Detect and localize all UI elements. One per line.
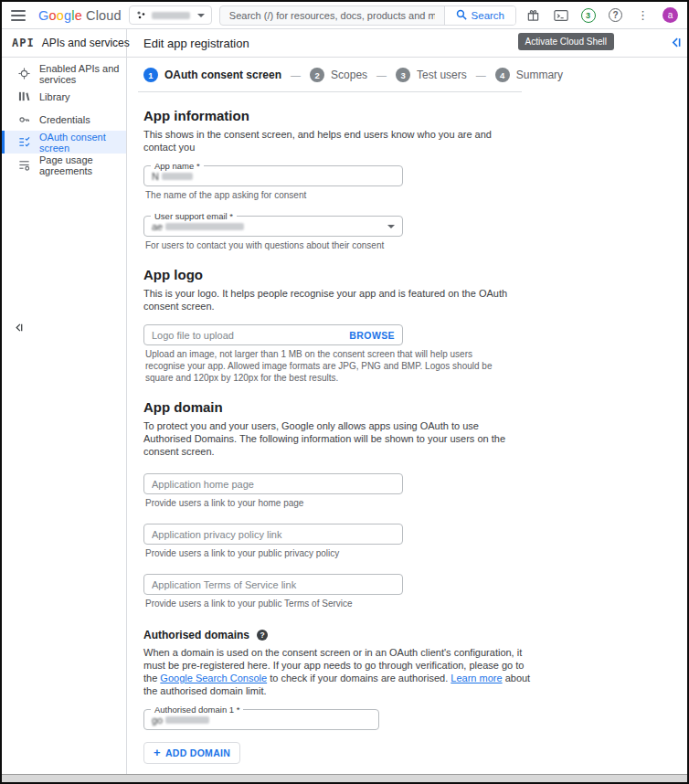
- sidebar-item-credentials[interactable]: Credentials: [2, 108, 126, 131]
- sidebar: API APIs and services Enabled APIs and s…: [2, 29, 127, 774]
- privacy-policy-helper: Provide users a link to your public priv…: [143, 547, 509, 559]
- app-domain-description: To protect you and your users, Google on…: [143, 419, 523, 458]
- sidebar-item-label: Credentials: [39, 114, 90, 125]
- step-test-users[interactable]: 3 Test users: [396, 68, 467, 82]
- cloud-wordmark: Cloud: [86, 8, 122, 23]
- google-search-console-link[interactable]: Google Search Console: [160, 673, 267, 683]
- sidebar-item-page-usage-agreements[interactable]: Page usage agreements: [2, 154, 126, 176]
- app-window: Google Cloud Search: [0, 0, 689, 784]
- account-avatar[interactable]: a: [662, 7, 678, 23]
- app-name-value: N: [152, 171, 159, 182]
- enabled-apis-icon: [18, 68, 30, 79]
- learn-more-link[interactable]: Learn more: [450, 673, 502, 683]
- plus-icon: +: [154, 748, 161, 758]
- app-name-helper: The name of the app asking for consent: [143, 189, 509, 201]
- home-page-helper: Provide users a link to your home page: [143, 497, 509, 509]
- step-summary[interactable]: 4 Summary: [495, 68, 563, 82]
- help-icon[interactable]: ?: [608, 7, 623, 23]
- page-title: Edit app registration: [143, 37, 249, 50]
- project-icon: [136, 10, 146, 20]
- api-product-logo: API: [12, 37, 35, 49]
- sidebar-item-oauth-consent-screen[interactable]: OAuth consent screen: [2, 131, 126, 154]
- sidebar-title: APIs and services: [42, 37, 130, 49]
- browse-button[interactable]: BROWSE: [349, 330, 395, 341]
- agreements-icon: [18, 159, 30, 171]
- logo-file-input[interactable]: [152, 330, 349, 341]
- add-domain-button[interactable]: + ADD DOMAIN: [143, 742, 240, 764]
- sidebar-item-label: Library: [39, 91, 70, 102]
- sidebar-item-library[interactable]: Library: [2, 85, 126, 108]
- user-support-email-field[interactable]: User support email * ae: [143, 216, 403, 237]
- authorised-domains-description: When a domain is used on the consent scr…: [143, 646, 535, 697]
- step-separator: —: [375, 69, 388, 80]
- key-icon: [18, 113, 30, 126]
- top-app-bar: Google Cloud Search: [2, 2, 687, 29]
- search-input[interactable]: [220, 6, 444, 25]
- app-logo-description: This is your logo. It helps people recog…: [143, 287, 523, 313]
- step-oauth-consent-screen[interactable]: 1 OAuth consent screen: [143, 68, 281, 82]
- authorised-domain-1-field[interactable]: Authorised domain 1 * go: [143, 709, 379, 730]
- privacy-policy-input[interactable]: [152, 529, 395, 540]
- form-content: 1 OAuth consent screen — 2 Scopes — 3 Te…: [127, 58, 687, 774]
- chevron-down-icon: [387, 225, 395, 228]
- project-name-redacted: [152, 12, 190, 19]
- terms-of-service-input[interactable]: [152, 579, 395, 590]
- collapse-panel-icon[interactable]: [670, 36, 682, 52]
- google-cloud-logo[interactable]: Google Cloud: [33, 8, 122, 23]
- stepper-divider: [138, 91, 522, 92]
- global-search: Search: [219, 5, 516, 26]
- menu-icon[interactable]: [11, 10, 26, 21]
- cloud-shell-icon[interactable]: [553, 7, 568, 23]
- app-information-title: App information: [143, 108, 687, 123]
- app-logo-title: App logo: [143, 267, 687, 282]
- step-separator: —: [474, 69, 488, 80]
- page-header: Edit app registration Activate Cloud She…: [127, 29, 687, 58]
- library-icon: [18, 90, 30, 102]
- sidebar-item-label: Enabled APIs and services: [39, 63, 126, 85]
- gift-icon[interactable]: [525, 7, 541, 23]
- consent-screen-icon: [18, 136, 30, 148]
- google-wordmark: Google: [38, 8, 82, 23]
- terms-of-service-helper: Provide users a link to your public Term…: [143, 598, 509, 609]
- sidebar-item-label: OAuth consent screen: [39, 132, 126, 154]
- main-panel: Edit app registration Activate Cloud She…: [127, 29, 687, 774]
- chevron-down-icon: [197, 14, 205, 17]
- authorised-domain-value: go: [152, 715, 163, 726]
- notifications-icon[interactable]: 3: [580, 7, 596, 23]
- logo-upload-helper: Upload an image, not larger than 1 MB on…: [143, 348, 509, 384]
- app-information-description: This shows in the consent screen, and he…: [143, 128, 523, 154]
- sidebar-header: API APIs and services: [2, 29, 126, 58]
- notification-count-badge: 3: [581, 8, 596, 23]
- support-email-helper: For users to contact you with questions …: [143, 239, 509, 251]
- app-name-field[interactable]: App name * N: [143, 165, 403, 186]
- terms-of-service-field[interactable]: [143, 574, 403, 595]
- step-scopes[interactable]: 2 Scopes: [310, 68, 367, 82]
- window-bottom-edge: [2, 774, 687, 782]
- topbar-icons: 3 ? ⋮ a: [524, 7, 680, 23]
- support-email-value: ae: [152, 221, 163, 232]
- collapse-sidebar-icon[interactable]: [14, 320, 24, 336]
- registration-stepper: 1 OAuth consent screen — 2 Scopes — 3 Te…: [143, 58, 687, 91]
- home-page-field[interactable]: [143, 473, 403, 494]
- more-options-icon[interactable]: ⋮: [635, 7, 651, 23]
- sidebar-item-label: Page usage agreements: [39, 154, 126, 176]
- search-icon: [456, 9, 467, 22]
- cloud-shell-tooltip: Activate Cloud Shell: [518, 33, 615, 50]
- authorised-domains-title: Authorised domains ?: [143, 629, 687, 641]
- sidebar-nav: Enabled APIs and services Library Creden…: [2, 58, 126, 176]
- logo-upload-field[interactable]: BROWSE: [143, 324, 403, 345]
- help-question-icon[interactable]: ?: [257, 630, 268, 641]
- sidebar-item-enabled-apis[interactable]: Enabled APIs and services: [2, 62, 126, 85]
- project-selector[interactable]: [129, 5, 212, 25]
- search-button[interactable]: Search: [444, 6, 515, 25]
- app-domain-title: App domain: [143, 399, 687, 415]
- home-page-input[interactable]: [152, 479, 395, 490]
- step-separator: —: [289, 69, 302, 80]
- privacy-policy-field[interactable]: [143, 524, 403, 545]
